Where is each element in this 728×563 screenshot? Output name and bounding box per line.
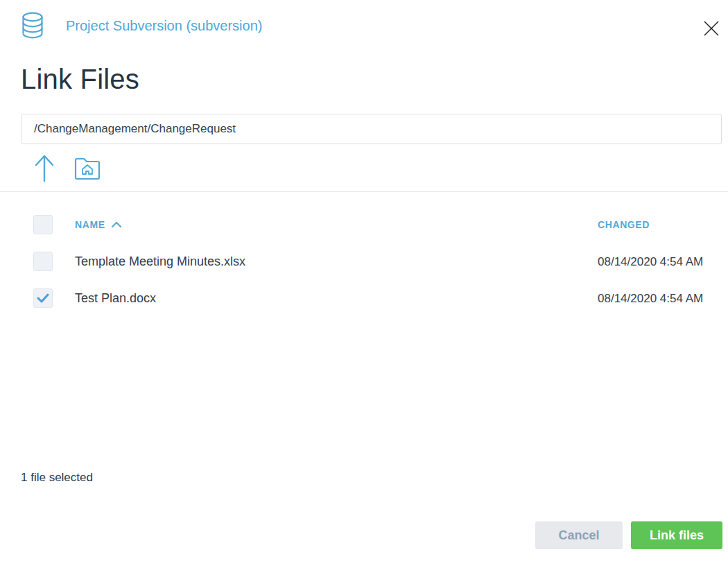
selection-status: 1 file selected (21, 471, 93, 485)
home-folder-icon (74, 157, 101, 180)
close-icon (703, 20, 720, 37)
file-name[interactable]: Test Plan.docx (75, 291, 156, 306)
path-input[interactable] (21, 114, 722, 144)
column-header-changed[interactable]: CHANGED (598, 219, 650, 230)
row-checkbox[interactable] (33, 252, 53, 271)
column-header-name-label: NAME (75, 219, 105, 230)
arrow-up-icon (33, 153, 55, 182)
home-folder-button[interactable] (72, 155, 103, 182)
divider (0, 191, 728, 192)
select-all-checkbox[interactable] (33, 215, 53, 234)
toolbar (0, 150, 728, 186)
file-changed-date: 08/14/2020 4:54 AM (598, 255, 703, 269)
table-row[interactable]: Template Meeting Minutes.xlsx 08/14/2020… (0, 246, 728, 277)
file-name[interactable]: Template Meeting Minutes.xlsx (75, 254, 245, 269)
project-title: Project Subversion (subversion) (66, 18, 262, 34)
link-files-button[interactable]: Link files (631, 521, 722, 549)
dialog-header: Project Subversion (subversion) (0, 0, 728, 53)
table-row[interactable]: Test Plan.docx 08/14/2020 4:54 AM (0, 283, 728, 313)
up-directory-button[interactable] (31, 152, 58, 184)
file-changed-date: 08/14/2020 4:54 AM (598, 292, 703, 306)
sort-asc-icon (111, 221, 122, 228)
close-button[interactable] (700, 17, 722, 40)
cancel-button[interactable]: Cancel (535, 521, 623, 549)
page-title: Link Files (21, 64, 139, 95)
row-checkbox[interactable] (33, 288, 53, 308)
database-icon (21, 12, 44, 40)
column-header-name[interactable]: NAME (75, 219, 122, 230)
